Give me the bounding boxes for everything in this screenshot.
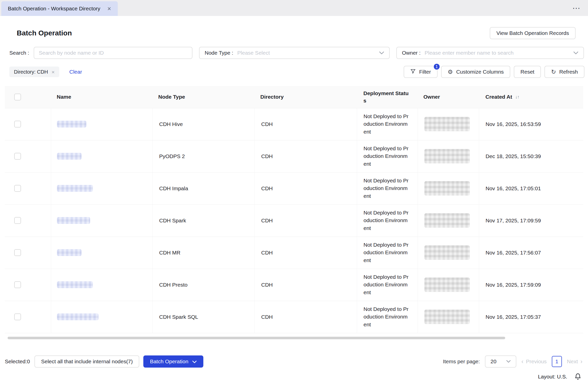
batch-operation-page: Batch Operation - Workspace Directory × … [0, 0, 588, 382]
table-row: CDH Presto CDH Not Deployed to Productio… [5, 269, 583, 301]
row-checkbox[interactable] [14, 121, 21, 128]
table-body: CDH Hive CDH Not Deployed to Production … [5, 108, 583, 333]
filter-chip-row: Directory: CDH × Clear Filter 1 ⚙ Custom… [9, 66, 584, 78]
customize-columns-label: Customize Columns [456, 69, 504, 75]
bell-icon[interactable] [574, 373, 581, 380]
search-label: Search : [9, 50, 29, 56]
owner-label: Owner : [402, 50, 421, 56]
batch-operation-label: Batch Operation [150, 358, 188, 365]
table-row: PyODPS 2 CDH Not Deployed to Production … [5, 140, 583, 172]
tab-batch-operation[interactable]: Batch Operation - Workspace Directory × [1, 1, 118, 16]
view-batch-operation-records-button[interactable]: View Batch Operation Records [490, 27, 576, 39]
search-group: Search : [9, 47, 192, 59]
deployment-status-cell: Not Deployed to Production Environment [357, 140, 418, 172]
table-actions: Filter 1 ⚙ Customize Columns Reset ↻ Ref… [404, 66, 584, 78]
tab-bar: Batch Operation - Workspace Directory × … [0, 0, 588, 16]
items-per-page-select[interactable]: 20 [485, 355, 516, 368]
sort-icon[interactable]: ↓↑ [515, 94, 519, 100]
items-per-page-value: 20 [491, 358, 502, 365]
redacted-owner [424, 245, 470, 260]
batch-operation-button[interactable]: Batch Operation [143, 355, 203, 368]
customize-columns-button[interactable]: ⚙ Customize Columns [441, 66, 511, 78]
refresh-button[interactable]: ↻ Refresh [544, 66, 584, 78]
status-bar: Layout: U.S. [538, 371, 588, 382]
chip-label: Directory: CDH [14, 69, 48, 75]
chevron-right-icon: › [580, 358, 582, 365]
next-label: Next [567, 358, 578, 365]
row-checkbox[interactable] [14, 313, 21, 320]
horizontal-scrollbar[interactable] [8, 337, 505, 339]
chip-close-icon[interactable]: × [51, 69, 54, 75]
footer: Selected:0 Select all that include inter… [5, 355, 582, 368]
nodes-table: Name Node Type Directory Deployment Stat… [5, 86, 583, 333]
row-checkbox[interactable] [14, 153, 21, 160]
column-header-node-type: Node Type [152, 86, 254, 108]
column-header-directory: Directory [254, 86, 357, 108]
reset-button[interactable]: Reset [514, 66, 541, 78]
row-checkbox[interactable] [14, 249, 21, 256]
table-row: CDH Spark CDH Not Deployed to Production… [5, 204, 583, 237]
search-input[interactable] [34, 47, 192, 59]
redacted-owner [424, 117, 470, 131]
deployment-status-cell: Not Deployed to Production Environment [357, 269, 418, 301]
redacted-name [57, 281, 93, 288]
next-page-button[interactable]: Next › [567, 358, 582, 365]
table-row: CDH Spark SQL CDH Not Deployed to Produc… [5, 301, 583, 333]
directory-filter-chip[interactable]: Directory: CDH × [9, 67, 59, 77]
page-title: Batch Operation [17, 29, 72, 37]
redacted-owner [424, 213, 470, 228]
more-icon[interactable]: ⋯ [572, 3, 581, 13]
refresh-label: Refresh [559, 69, 578, 75]
node-type-cell: CDH Presto [152, 269, 254, 301]
deployment-status-cell: Not Deployed to Production Environment [357, 237, 418, 269]
chevron-down-icon [379, 51, 384, 54]
redacted-name [57, 185, 93, 192]
previous-page-button[interactable]: ‹ Previous [521, 358, 547, 365]
clear-filters-link[interactable]: Clear [69, 69, 82, 75]
row-checkbox[interactable] [14, 217, 21, 224]
table-row: CDH MR CDH Not Deployed to Production En… [5, 237, 583, 269]
deployment-status-cell: Not Deployed to Production Environment [357, 172, 418, 204]
directory-cell: CDH [254, 172, 357, 204]
created-at-cell: Nov 16, 2025, 17:56:07 [479, 237, 583, 269]
chevron-down-icon [573, 51, 578, 54]
redacted-owner [424, 149, 470, 163]
gear-icon: ⚙ [448, 69, 453, 75]
column-header-name: Name [51, 86, 152, 108]
created-at-cell: Nov 17, 2025, 17:09:59 [479, 204, 583, 237]
directory-cell: CDH [254, 269, 357, 301]
node-type-cell: CDH MR [152, 237, 254, 269]
created-at-cell: Dec 18, 2025, 15:50:39 [479, 140, 583, 172]
owner-select[interactable]: Owner : Please enter member name to sear… [396, 47, 584, 59]
node-type-placeholder: Please Select [237, 50, 375, 56]
node-type-cell: CDH Impala [152, 172, 254, 204]
created-at-cell: Nov 16, 2025, 16:53:59 [479, 108, 583, 140]
page-number-1[interactable]: 1 [552, 356, 562, 367]
table-row: CDH Impala CDH Not Deployed to Productio… [5, 172, 583, 204]
chevron-left-icon: ‹ [521, 358, 523, 365]
column-header-created-at[interactable]: Created At↓↑ [479, 86, 583, 108]
table-header: Name Node Type Directory Deployment Stat… [5, 86, 583, 108]
refresh-icon: ↻ [551, 69, 556, 75]
row-checkbox[interactable] [14, 281, 21, 288]
redacted-owner [424, 181, 470, 196]
select-all-internal-nodes-button[interactable]: Select all that include internal nodes(7… [34, 355, 139, 368]
selected-count: Selected:0 [5, 358, 30, 365]
directory-cell: CDH [254, 301, 357, 333]
node-type-cell: CDH Hive [152, 108, 254, 140]
directory-cell: CDH [254, 237, 357, 269]
created-at-label: Created At [485, 94, 512, 100]
column-header-deployment-status: Deployment Status [357, 86, 418, 108]
filter-button[interactable]: Filter 1 [404, 66, 438, 78]
filters-row: Search : Node Type : Please Select Owner… [9, 47, 584, 59]
deployment-status-cell: Not Deployed to Production Environment [357, 204, 418, 237]
select-all-checkbox[interactable] [14, 94, 21, 100]
deployment-status-cell: Not Deployed to Production Environment [357, 108, 418, 140]
close-icon[interactable]: × [107, 6, 111, 12]
row-checkbox[interactable] [14, 185, 21, 192]
previous-label: Previous [526, 358, 547, 365]
owner-placeholder: Please enter member name to search [425, 50, 569, 56]
redacted-owner [424, 278, 470, 292]
node-type-select[interactable]: Node Type : Please Select [199, 47, 390, 59]
redacted-name [57, 313, 99, 320]
